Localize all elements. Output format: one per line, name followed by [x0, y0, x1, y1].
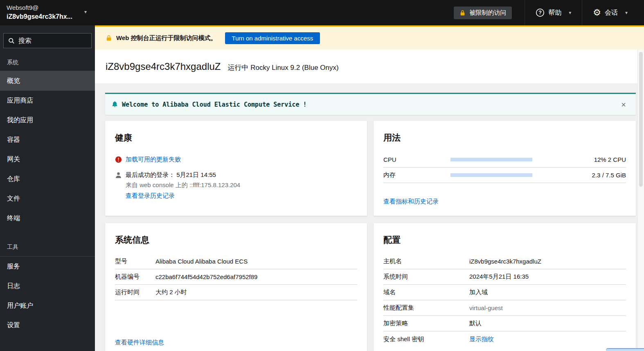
usage-table: CPU 12% 2 CPU 内存 2.3 / 7.5 GiB	[383, 152, 626, 183]
masthead-toolbar: 被限制的访问 ? 帮助 ▾ ⚙ 会话 ▾	[454, 0, 644, 25]
lock-icon	[106, 35, 112, 41]
system-time-value: 2024年5月21日 16:35	[469, 273, 626, 281]
sidebar-item-files[interactable]: 文件	[0, 189, 95, 208]
restricted-access-label: 被限制的访问	[469, 9, 506, 17]
sidebar-item-overview[interactable]: 概览	[0, 71, 95, 91]
help-menu[interactable]: ? 帮助 ▾	[525, 0, 582, 25]
system-info-list: 型号 Alibaba Cloud Alibaba Cloud ECS 机器编号 …	[115, 254, 357, 300]
cpu-label: CPU	[383, 156, 450, 163]
scrollbar-thumb[interactable]	[639, 52, 643, 187]
session-menu[interactable]: ⚙ 会话 ▾	[582, 0, 644, 25]
configuration-list: 主机名 iZ8vb9gse4rc3k7hxgadluZ 系统时间 2024年5月…	[383, 254, 626, 347]
updates-error-link[interactable]: 加载可用的更新失败	[126, 156, 181, 163]
usage-card: 用法 CPU 12% 2 CPU 内存 2.3 / 7.5 GiB	[374, 121, 636, 216]
content-area: Welcome to Alibaba Cloud Elastic Compute…	[95, 83, 644, 351]
admin-access-button[interactable]: Turn on administrative access	[225, 32, 320, 44]
bottom-right-popup-edge[interactable]	[606, 348, 644, 351]
sidebar-item-gateway[interactable]: 网关	[0, 150, 95, 169]
chevron-down-icon: ▾	[84, 9, 87, 15]
host-switcher-user: Websoft9@	[7, 4, 88, 12]
domain-value: 加入域	[469, 288, 626, 296]
gear-icon: ⚙	[593, 8, 601, 17]
hardware-details-link[interactable]: 查看硬件详细信息	[115, 339, 164, 347]
sidebar-item-repository[interactable]: 仓库	[0, 169, 95, 189]
model-label: 型号	[115, 257, 155, 265]
search-input[interactable]	[18, 37, 87, 45]
close-icon[interactable]: ×	[621, 101, 626, 109]
sidebar-item-logs[interactable]: 日志	[0, 276, 95, 296]
user-icon	[115, 172, 122, 179]
restricted-mode-banner: Web 控制台正运行于限制访问模式。 Turn on administrativ…	[95, 25, 644, 49]
main-area: Web 控制台正运行于限制访问模式。 Turn on administrativ…	[95, 25, 644, 351]
os-state: 运行中 Rocky Linux 9.2 (Blue Onyx)	[228, 63, 339, 72]
system-time-row: 系统时间 2024年5月21日 16:35	[383, 269, 626, 285]
help-icon: ?	[536, 8, 545, 17]
login-from-text: 来自 web console 上的 ::ffff:175.8.123.204	[126, 181, 357, 189]
sidebar-item-services[interactable]: 服务	[0, 257, 95, 276]
session-label: 会话	[605, 9, 618, 17]
host-switcher-hostname: iZ8vb9gse4rc3k7hx...	[7, 12, 88, 21]
model-value: Alibaba Cloud Alibaba Cloud ECS	[155, 258, 357, 265]
sidebar-item-containers[interactable]: 容器	[0, 130, 95, 150]
system-time-label: 系统时间	[383, 273, 469, 281]
login-history-link[interactable]: 查看登录历史记录	[126, 192, 357, 200]
model-row: 型号 Alibaba Cloud Alibaba Cloud ECS	[115, 254, 357, 269]
show-fingerprints-link[interactable]: 显示指纹	[469, 335, 626, 343]
last-login-text: 最后成功的登录： 5月21日 14:55	[126, 171, 216, 179]
cpu-usage-row: CPU 12% 2 CPU	[383, 152, 626, 168]
sidebar-item-settings[interactable]: 设置	[0, 315, 95, 335]
lock-icon	[459, 10, 466, 16]
vertical-scrollbar[interactable]	[637, 49, 644, 351]
performance-profile-value: virtual-guest	[469, 304, 626, 311]
sidebar: 系统 概览 应用商店 我的应用 容器 网关 仓库 文件 终端 工具 服务 日志 …	[0, 25, 95, 351]
bell-icon	[111, 101, 118, 108]
machine-id-value: c22ba6f744f54d42b752ed6af7952f89	[155, 273, 357, 280]
uptime-label: 运行时间	[115, 288, 155, 296]
host-switcher[interactable]: Websoft9@ iZ8vb9gse4rc3k7hx... ▾	[0, 0, 95, 25]
chevron-down-icon: ▾	[625, 10, 628, 16]
memory-usage-row: 内存 2.3 / 7.5 GiB	[383, 168, 626, 183]
ssh-keys-row: 安全 shell 密钥 显示指纹	[383, 331, 626, 347]
crypto-policy-row: 加密策略 默认	[383, 316, 626, 331]
ssh-keys-label: 安全 shell 密钥	[383, 335, 469, 343]
memory-progress-bar	[450, 173, 532, 177]
memory-usage-value: 2.3 / 7.5 GiB	[592, 172, 626, 179]
sidebar-item-terminal[interactable]: 终端	[0, 208, 95, 228]
motd-message: Welcome to Alibaba Cloud Elastic Compute…	[122, 101, 307, 108]
error-circle-icon	[115, 156, 122, 163]
system-info-card: 系统信息 型号 Alibaba Cloud Alibaba Cloud ECS …	[105, 223, 367, 351]
domain-row: 域名 加入域	[383, 285, 626, 300]
memory-label: 内存	[383, 171, 450, 179]
performance-profile-label: 性能配置集	[383, 304, 469, 312]
machine-id-label: 机器编号	[115, 273, 155, 281]
search-icon	[8, 38, 15, 44]
uptime-row: 运行时间 大约 2 小时	[115, 285, 357, 300]
metrics-history-link[interactable]: 查看指标和历史记录	[383, 198, 439, 206]
hostname-label: 主机名	[383, 257, 469, 265]
hostname-row: 主机名 iZ8vb9gse4rc3k7hxgadluZ	[383, 254, 626, 269]
system-info-title: 系统信息	[115, 233, 357, 247]
sidebar-search	[3, 33, 92, 48]
svg-text:?: ?	[538, 10, 542, 16]
configuration-title: 配置	[383, 233, 626, 247]
performance-profile-row: 性能配置集 virtual-guest	[383, 300, 626, 316]
cockpit-app: Websoft9@ iZ8vb9gse4rc3k7hx... ▾ 被限制的访问 …	[0, 0, 644, 351]
cpu-usage-value: 12% 2 CPU	[594, 156, 626, 163]
updates-error-row: 加载可用的更新失败	[115, 156, 357, 163]
cpu-progress-bar	[450, 158, 532, 161]
restricted-access-badge[interactable]: 被限制的访问	[454, 7, 512, 19]
usage-card-title: 用法	[383, 131, 626, 145]
sidebar-item-my-apps[interactable]: 我的应用	[0, 110, 95, 130]
restricted-mode-message: Web 控制台正运行于限制访问模式。	[116, 34, 217, 42]
sidebar-section-system: 系统	[0, 59, 95, 65]
chevron-down-icon: ▾	[569, 10, 571, 16]
page-title: iZ8vb9gse4rc3k7hxgadluZ	[106, 60, 221, 73]
sidebar-section-tools: 工具	[0, 244, 95, 250]
health-card: 健康 加载可用的更新失败 最后成功的登录： 5月21日 14:55	[105, 121, 367, 216]
sidebar-item-app-store[interactable]: 应用商店	[0, 91, 95, 110]
card-grid: 健康 加载可用的更新失败 最后成功的登录： 5月21日 14:55	[105, 121, 636, 351]
last-login-row: 最后成功的登录： 5月21日 14:55	[115, 171, 357, 179]
health-card-title: 健康	[115, 131, 357, 145]
sidebar-item-accounts[interactable]: 用户账户	[0, 296, 95, 315]
crypto-policy-value: 默认	[469, 320, 626, 327]
